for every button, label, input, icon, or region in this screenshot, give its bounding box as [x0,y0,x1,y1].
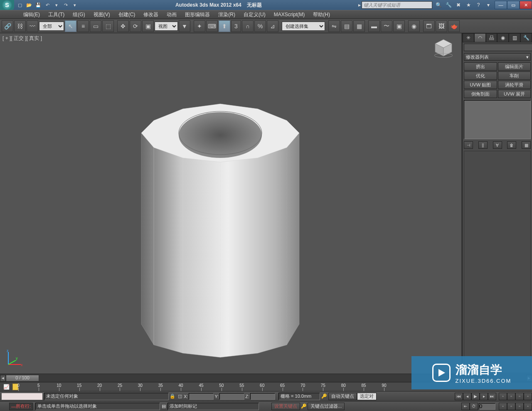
play-icon[interactable]: ▶ [471,393,480,400]
close-button[interactable]: ✕ [520,1,532,9]
select-rect-icon[interactable]: ▭ [90,20,101,32]
menu-graph[interactable]: 图形编辑器 [181,11,214,18]
vp-nav2-icon[interactable]: ▫ [507,393,515,400]
app-logo-icon[interactable]: S [0,0,14,10]
subscription-icon[interactable]: 🔧 [445,1,452,9]
x-coord-input[interactable] [189,393,214,400]
redo-icon[interactable]: ↷ [62,1,70,9]
time-prev-icon[interactable]: ◂ [0,375,6,381]
vp-nav4-icon[interactable]: ▫ [524,393,532,400]
menu-animation[interactable]: 动画 [163,11,181,18]
remove-modifier-icon[interactable]: 🗑 [507,141,516,149]
menu-tools[interactable]: 工具(T) [44,11,69,18]
render-setup-icon[interactable]: 🗔 [423,20,435,32]
utilities-tab-icon[interactable]: 🔧 [520,33,532,42]
script-listener-output[interactable] [1,393,43,400]
layer-manager-icon[interactable]: ▦ [353,20,365,32]
isolate-icon[interactable]: ◫ [176,394,184,399]
schematic-icon[interactable]: ▣ [393,20,405,32]
current-frame-input[interactable] [479,403,495,410]
select-window-icon[interactable]: ⬚ [102,20,114,32]
add-time-tag-field[interactable]: 添加时间标记 [167,403,259,410]
menu-views[interactable]: 视图(V) [89,11,114,18]
bind-spacewarp-icon[interactable]: 〰 [27,20,38,32]
tube-object[interactable] [83,58,349,366]
vp-nav1-icon[interactable]: ▫ [499,393,507,400]
menu-maxscript[interactable]: MAXScript(M) [270,12,309,17]
maximize-button[interactable]: ▭ [507,1,520,9]
edged-faces-icon[interactable]: ⊿ [267,20,278,32]
vp-nav3-icon[interactable]: ▫ [515,393,524,400]
graphite-icon[interactable]: ▬ [368,20,380,32]
manipulate-icon[interactable]: ✦ [194,20,205,32]
selected-obj-button[interactable]: 选定对 [357,393,377,400]
z-coord-input[interactable] [250,393,275,400]
angle-snap-icon[interactable]: 3 [231,20,241,32]
spinner-snap-icon[interactable]: % [254,20,266,32]
key-filters-icon[interactable]: 🔑 [300,404,308,409]
goto-end-icon[interactable]: ⏭ [488,393,496,400]
key-mode-icon[interactable]: ⇤ [461,403,470,410]
time-config-icon[interactable]: ⏱ [470,403,478,410]
pivot-icon[interactable]: ▼ [179,20,190,32]
hierarchy-tab-icon[interactable]: 品 [486,33,498,42]
keyboard-shortcut-icon[interactable]: ⌨ [206,20,218,32]
save-icon[interactable]: 💾 [34,1,42,9]
search-go-icon[interactable]: 🔍 [435,1,442,9]
named-sel-set-dropdown[interactable]: 创建选择集 [282,22,325,31]
unlink-icon[interactable]: ⛓ [14,20,26,32]
open-icon[interactable]: 📂 [25,1,33,9]
key-filter-button[interactable]: 关键点过滤器... [308,403,345,410]
snap-toggle-icon[interactable]: ⬆ [219,20,230,32]
minimize-button[interactable]: — [495,1,507,9]
show-end-result-icon[interactable]: || [478,141,488,149]
object-name-input[interactable] [464,44,532,51]
mod-optimize-button[interactable]: 优化 [464,71,497,80]
help-icon[interactable]: ? [475,1,482,9]
curve-editor-icon[interactable]: 〜 [381,20,392,32]
menu-create[interactable]: 创建(C) [114,11,140,18]
mirror-icon[interactable]: ⇋ [328,20,340,32]
time-slider-thumb[interactable]: 0 / 100 [6,375,39,381]
viewport[interactable]: [ + ][ 正交 ][ 真实 ] [0,33,462,374]
exchange-icon[interactable]: ✖ [455,1,462,9]
goto-start-icon[interactable]: ⏮ [455,393,463,400]
render-icon[interactable]: 🫖 [448,20,460,32]
configure-sets-icon[interactable]: ▦ [522,141,531,149]
align-icon[interactable]: ▤ [341,20,352,32]
vp-nav6-icon[interactable]: ▫ [507,403,515,410]
mod-uvw-unwrap-button[interactable]: UVW 展开 [498,90,531,98]
help-drop-icon[interactable]: ▾ [485,1,492,9]
redo-drop-icon[interactable]: ▾ [71,1,79,9]
mod-uvwmap-button[interactable]: UVW 贴图 [464,81,497,89]
time-tag-key-icon[interactable]: 🔑 [320,394,328,399]
select-by-name-icon[interactable]: ≡ [77,20,89,32]
rotate-icon[interactable]: ⟳ [130,20,141,32]
undo-drop-icon[interactable]: ▾ [52,1,61,9]
menu-modifiers[interactable]: 修改器 [139,11,163,18]
viewport-label[interactable]: [ + ][ 正交 ][ 真实 ] [2,35,42,42]
menu-customize[interactable]: 自定义(U) [239,11,270,18]
next-frame-icon[interactable]: ▸ [480,393,488,400]
menu-group[interactable]: 组(G) [69,11,89,18]
undo-icon[interactable]: ↶ [43,1,52,9]
modifier-stack[interactable] [464,100,531,139]
display-tab-icon[interactable]: ▥ [509,33,520,42]
pin-stack-icon[interactable]: ⊣ [464,141,473,149]
modifier-list-dropdown[interactable]: 修改器列表 ▾ [464,53,531,61]
percent-snap-icon[interactable]: ∩ [242,20,254,32]
menu-help[interactable]: 帮助(H) [309,11,334,18]
menu-render[interactable]: 渲染(R) [214,11,239,18]
mod-turbosmooth-button[interactable]: 涡轮平滑 [498,81,531,89]
mod-edit-patch-button[interactable]: 编辑面片 [498,62,531,71]
modify-tab-icon[interactable]: ◠ [474,33,486,42]
mod-lathe-button[interactable]: 车削 [498,71,531,80]
scale-icon[interactable]: ▣ [142,20,154,32]
motion-tab-icon[interactable]: ◉ [497,33,509,42]
menu-edit[interactable]: 编辑(E) [19,11,44,18]
lock-selection-icon[interactable]: 🔒 [169,394,176,399]
mod-extrude-button[interactable]: 挤出 [464,62,497,71]
set-key-button[interactable]: 设置关键点 [271,403,300,410]
vp-nav7-icon[interactable]: ▫ [515,403,524,410]
make-unique-icon[interactable]: ∀ [493,141,502,149]
